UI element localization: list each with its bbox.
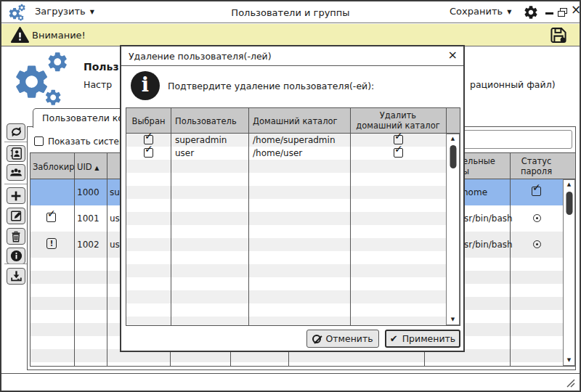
column-divider: [107, 153, 107, 366]
scroll-down-icon[interactable]: ▼: [564, 356, 574, 365]
column-divider: [510, 153, 511, 366]
add-user-button[interactable]: [7, 187, 25, 204]
column-divider: [248, 108, 249, 325]
col-uid-header[interactable]: UID ▲: [77, 162, 99, 172]
load-menu-button[interactable]: Загрузить ▼: [35, 6, 94, 17]
dialog-table-scrollbar[interactable]: ▲ ▼: [446, 134, 460, 325]
home-cell: /home/superadmin: [253, 135, 336, 145]
col-delete-home-header: Удалить домашний каталог: [350, 110, 446, 131]
page-logo-gears-icon: [12, 49, 76, 112]
login-cell-fragment: su: [110, 187, 120, 197]
delete-user-dialog: Удаление пользователя(-лей) × i Подтверд…: [120, 45, 465, 352]
toolbar-separator: [4, 264, 27, 264]
groups-button[interactable]: [7, 164, 25, 181]
warning-triangle-icon: [11, 27, 29, 44]
blocked-checkbox-checked-icon[interactable]: ✓: [46, 213, 56, 222]
titlebar: Загрузить ▼ Пользователи и группы Сохран…: [1, 1, 580, 23]
plus-icon: [9, 189, 23, 203]
status-bar: [1, 373, 580, 391]
col-blocked-header[interactable]: Заблокир: [33, 162, 75, 172]
row-selected-checkbox[interactable]: ✓: [144, 148, 153, 158]
dialog-close-button[interactable]: ×: [448, 49, 458, 62]
shell-cell-fragment: sr/bin/bash: [464, 240, 513, 250]
save-file-icon[interactable]: [548, 25, 569, 45]
dialog-message: Подтвердите удаление пользователя(-ей):: [168, 81, 374, 91]
show-system-users-checkbox[interactable]: [34, 136, 44, 146]
col-home-header: Домашний каталог: [253, 116, 338, 126]
show-system-users-label: Показать систем: [48, 136, 126, 147]
refresh-button[interactable]: [7, 123, 25, 140]
toolbar-separator: [4, 142, 27, 142]
status-checkbox-checked-icon[interactable]: ✓: [532, 187, 541, 196]
scroll-up-icon[interactable]: ▲: [564, 180, 574, 189]
delete-home-checkbox[interactable]: ✓: [394, 148, 403, 158]
cancel-slash-circle-icon: [312, 335, 321, 343]
app-logo-gears-icon: [7, 3, 28, 23]
import-button[interactable]: [7, 268, 25, 285]
scrollbar-thumb[interactable]: [450, 145, 456, 168]
users-group-icon: [9, 166, 23, 180]
login-cell-fragment: us: [110, 213, 120, 224]
column-divider: [74, 153, 75, 366]
sort-ascending-icon: ▲: [94, 165, 99, 171]
minimize-button[interactable]: [545, 8, 554, 17]
apply-check-icon: ✔: [390, 333, 398, 344]
user-info-button[interactable]: [7, 248, 25, 264]
download-tray-icon: [9, 269, 23, 283]
info-circle-icon: i: [131, 71, 160, 100]
delete-user-button[interactable]: [7, 228, 25, 245]
scrollbar-thumb[interactable]: [566, 192, 572, 215]
info-icon: [9, 249, 23, 263]
uid-cell: 1000: [77, 187, 99, 197]
refresh-icon: [9, 125, 23, 139]
maximize-button[interactable]: [558, 8, 567, 17]
col-user-header: Пользователь: [175, 116, 237, 126]
user-accounts-button[interactable]: [7, 145, 25, 162]
warning-label: Внимание!: [32, 30, 86, 41]
apply-button-label: Применить: [402, 333, 456, 344]
edit-user-button[interactable]: [7, 208, 25, 224]
chevron-down-icon: ▼: [507, 9, 511, 15]
empty-rows-stripes: [126, 160, 446, 325]
scroll-up-icon[interactable]: ▲: [447, 134, 459, 144]
user-cell: superadmin: [175, 135, 227, 145]
col-selected-header: Выбран: [126, 116, 171, 126]
uid-cell: 1002: [77, 240, 99, 250]
page-title-fragment: Польз: [84, 61, 119, 73]
users-table-scrollbar[interactable]: ▲ ▼: [563, 179, 575, 366]
page-subtitle-right-fragment: рационный файл): [470, 79, 556, 90]
warning-bar: Внимание!: [1, 24, 580, 46]
chevron-down-icon: ▼: [90, 9, 94, 15]
uid-cell: 1001: [77, 213, 99, 224]
app-window: Загрузить ▼ Пользователи и группы Сохран…: [0, 0, 581, 392]
cancel-button-label: Отменить: [325, 333, 373, 344]
window-title: Пользователи и группы: [231, 7, 349, 18]
blocked-warning-box-icon[interactable]: !: [46, 238, 57, 249]
login-cell-fragment: us: [110, 240, 120, 250]
home-cell: /home/user: [253, 148, 302, 158]
scroll-down-icon[interactable]: ▼: [447, 315, 459, 324]
status-radio-dot-icon[interactable]: [533, 240, 541, 248]
toolbar-separator: [4, 184, 27, 184]
status-radio-dot-icon[interactable]: [533, 214, 541, 222]
edit-pencil-icon: [9, 209, 23, 223]
close-window-button[interactable]: ×: [571, 4, 580, 12]
shell-cell-fragment: home: [463, 187, 487, 197]
col-groups-header-fragment[interactable]: ельные ы: [463, 156, 495, 176]
dialog-titlebar: Удаление пользователя(-лей) ×: [121, 46, 463, 66]
apply-button[interactable]: ✔ Применить: [385, 330, 460, 348]
settings-gear-icon[interactable]: [523, 4, 539, 20]
cancel-button[interactable]: Отменить: [306, 330, 379, 348]
column-divider: [350, 108, 351, 325]
trash-icon: [9, 230, 23, 243]
column-divider: [171, 108, 171, 325]
save-menu-label: Сохранить: [450, 6, 503, 17]
user-cell: user: [175, 148, 194, 158]
dialog-table: Выбран Пользователь Домашний каталог Уда…: [126, 107, 460, 326]
load-menu-label: Загрузить: [35, 6, 86, 17]
save-menu-button[interactable]: Сохранить ▼: [450, 6, 511, 17]
dialog-title: Удаление пользователя(-лей): [129, 51, 272, 62]
col-password-status-header[interactable]: Статус пароля: [510, 156, 563, 176]
resize-grip-icon[interactable]: [564, 378, 575, 388]
page-subtitle-fragment: Настр: [84, 79, 112, 90]
